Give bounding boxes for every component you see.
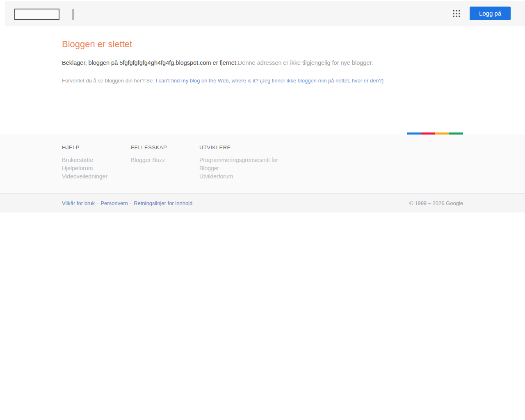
footer-link-support[interactable]: Brukerstøtte bbox=[62, 157, 93, 163]
footer-heading-developers: UTVIKLERE bbox=[199, 144, 298, 151]
deletion-message-primary: Beklager, bloggen på 5fgfgfgfgfg4gh4fg4f… bbox=[62, 59, 238, 66]
header-actions: Logg på bbox=[453, 1, 511, 26]
footer-link-help-forum[interactable]: Hjelpeforum bbox=[62, 165, 93, 171]
page-title: Bloggen er slettet bbox=[62, 26, 463, 50]
content-policy-link[interactable]: Retningslinjer for innhold bbox=[134, 200, 192, 206]
separator-dot: · bbox=[130, 200, 132, 206]
footer-heading-community: FELLESSKAP bbox=[131, 144, 199, 151]
main-content: Bloggen er slettet Beklager, bloggen på … bbox=[0, 26, 525, 84]
footer-heading-help: HJELP bbox=[62, 144, 131, 151]
help-link[interactable]: I can't find my blog on the Web, where i… bbox=[155, 78, 383, 84]
help-line: Forventet du å se bloggen din her? Se: I… bbox=[62, 77, 463, 84]
footer-link-blogger-buzz[interactable]: Blogger Buzz bbox=[131, 157, 165, 163]
apps-grid-icon[interactable] bbox=[453, 10, 460, 17]
accent-blue bbox=[407, 132, 421, 135]
google-accent-bar bbox=[407, 132, 463, 135]
accent-green bbox=[449, 132, 463, 135]
accent-yellow bbox=[435, 132, 449, 135]
footer-link-developer-forum[interactable]: Utviklerforum bbox=[199, 173, 233, 180]
separator-dot: · bbox=[97, 200, 98, 206]
footer: HJELP Brukerstøtte Hjelpeforum Videoveil… bbox=[0, 135, 525, 193]
footer-column-community: FELLESSKAP Blogger Buzz bbox=[131, 144, 199, 180]
footer-link-video-tutorials[interactable]: Videoveiledninger bbox=[62, 173, 107, 180]
footer-column-developers: UTVIKLERE Programmeringsgrensesnitt for … bbox=[199, 144, 298, 180]
sign-in-button[interactable]: Logg på bbox=[470, 7, 511, 20]
text-cursor bbox=[73, 9, 73, 20]
legal-bar: Vilkår for bruk·Personvern·Retningslinje… bbox=[0, 193, 525, 212]
legal-links: Vilkår for bruk·Personvern·Retningslinje… bbox=[62, 200, 192, 206]
deletion-message-secondary: Denne adressen er ikke tilgjengelig for … bbox=[238, 59, 373, 66]
footer-column-help: HJELP Brukerstøtte Hjelpeforum Videoveil… bbox=[62, 144, 131, 180]
accent-red bbox=[421, 132, 435, 135]
terms-link[interactable]: Vilkår for bruk bbox=[62, 200, 95, 206]
deletion-message: Beklager, bloggen på 5fgfgfgfgfg4gh4fg4f… bbox=[62, 59, 463, 67]
copyright-text: © 1999 – 2026 Google bbox=[409, 200, 463, 206]
privacy-link[interactable]: Personvern bbox=[100, 200, 128, 206]
header-bar: Logg på bbox=[5, 1, 525, 26]
footer-link-blogger-api[interactable]: Programmeringsgrensesnitt for Blogger bbox=[199, 157, 278, 171]
help-prompt: Forventet du å se bloggen din her? Se: bbox=[62, 78, 155, 84]
blogger-logo-placeholder[interactable] bbox=[14, 9, 59, 20]
